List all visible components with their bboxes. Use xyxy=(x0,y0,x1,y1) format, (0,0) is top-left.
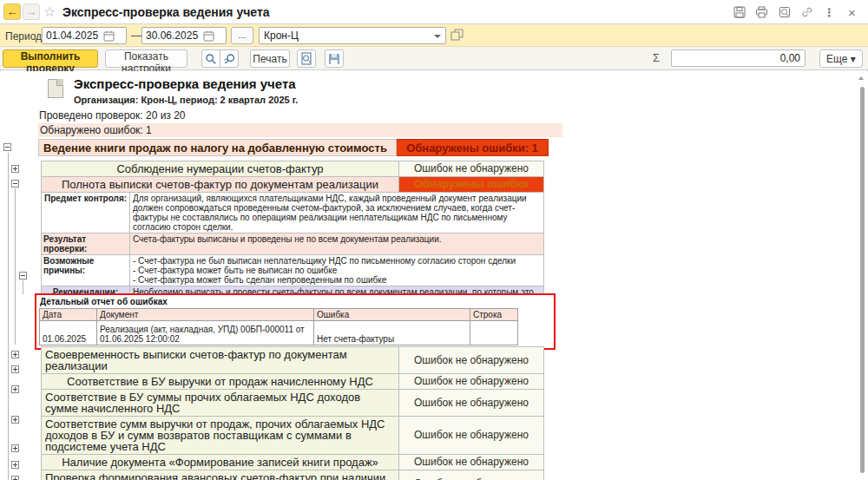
more-actions-button[interactable]: Еще ▾ xyxy=(819,49,863,68)
check-label: Соответствие в БУ выручки от продаж начи… xyxy=(67,376,373,387)
check-status: Ошибок не обнаружено xyxy=(399,470,544,480)
check-label: Соответствие в БУ суммы прочих облагаемы… xyxy=(45,391,395,414)
detail-title: Детальный отчет об ошибках xyxy=(39,296,550,308)
save-result-button[interactable] xyxy=(325,49,344,68)
check-row[interactable]: Соответствие в БУ выручки от продаж начи… xyxy=(41,373,544,390)
favorite-star-icon[interactable]: ☆ xyxy=(43,3,56,20)
check-row[interactable]: Наличие документа «Формирование записей … xyxy=(41,454,544,470)
section-title: Ведение книги продаж по налогу на добавл… xyxy=(38,139,397,156)
description-text: Для организаций, являющихся плательщикам… xyxy=(130,192,544,233)
date-from-input[interactable] xyxy=(43,30,103,42)
expand-toggle[interactable] xyxy=(11,351,19,358)
collapse-toggle[interactable] xyxy=(19,272,27,279)
checks-done-line: Проведено проверок: 20 из 20 xyxy=(39,109,186,122)
expand-toggle[interactable] xyxy=(11,416,19,424)
more-menu-icon[interactable]: ⋮ xyxy=(822,5,837,19)
calendar-icon[interactable] xyxy=(103,30,115,42)
detail-col-error: Ошибка xyxy=(314,309,470,321)
date-from-field xyxy=(42,27,127,44)
sum-sigma-icon: Σ xyxy=(653,51,660,64)
detail-error: Нет счета-фактуры xyxy=(314,321,470,345)
search-button[interactable] xyxy=(201,49,220,68)
tree-line xyxy=(8,153,9,480)
report-title: Экспресс-проверка ведения учета xyxy=(74,76,298,91)
errors-found-line: Обнаружено ошибок: 1 xyxy=(38,123,562,137)
check-label: Полнота выписки счетов-фактур по докумен… xyxy=(62,179,378,190)
description-label: Результат проверки: xyxy=(43,234,128,253)
expand-toggle[interactable] xyxy=(11,461,19,469)
check-status: Ошибок не обнаружено xyxy=(399,373,544,390)
date-to-field xyxy=(141,27,227,44)
check-label: Проверка формирования авансовых счетов-ф… xyxy=(45,472,395,480)
forward-button[interactable]: → xyxy=(23,3,40,20)
print-preview-icon[interactable] xyxy=(777,5,792,19)
period-bar: Период: — ... Крон-Ц xyxy=(0,24,868,47)
check-status: Ошибок не обнаружено xyxy=(399,346,544,374)
detail-line xyxy=(470,321,518,345)
app-window: ← → ☆ Экспресс-проверка ведения учета ⋮ … xyxy=(0,0,868,480)
open-organization-icon[interactable] xyxy=(450,29,466,43)
check-status: Ошибок не обнаружено xyxy=(399,416,544,455)
print-icon[interactable] xyxy=(754,5,769,19)
organization-combobox[interactable]: Крон-Ц xyxy=(259,27,446,44)
sum-value-input[interactable] xyxy=(671,49,806,67)
date-to-input[interactable] xyxy=(142,30,203,42)
detail-col-document: Документ xyxy=(97,309,314,321)
tree-line xyxy=(23,280,23,294)
chevron-down-icon xyxy=(434,35,441,38)
checks-table-bottom: Своевременность выписки счетов-фактур по… xyxy=(41,347,544,480)
period-options-button[interactable]: ... xyxy=(231,27,253,44)
show-settings-button[interactable]: Показать настройки xyxy=(105,49,187,68)
close-icon[interactable]: × xyxy=(845,5,859,19)
expand-toggle[interactable] xyxy=(11,476,19,480)
run-check-button[interactable]: Выполнить проверку xyxy=(3,49,98,68)
check-row[interactable]: Полнота выписки счетов-фактур по докумен… xyxy=(41,176,544,193)
section-row[interactable]: Ведение книги продаж по налогу на добавл… xyxy=(38,139,549,156)
check-label: Своевременность выписки счетов-фактур по… xyxy=(45,349,395,372)
collapse-toggle[interactable] xyxy=(11,180,19,187)
expand-toggle[interactable] xyxy=(11,444,19,452)
expand-toggle[interactable] xyxy=(11,165,19,173)
checks-table-top: Соблюдение нумерации счетов-фактур Ошибо… xyxy=(41,161,544,310)
print-button[interactable]: Печать xyxy=(250,49,290,68)
search-icon xyxy=(205,53,217,65)
window-title: Экспресс-проверка ведения учета xyxy=(62,5,270,19)
check-status: Ошибок не обнаружено xyxy=(399,161,544,177)
scroll-up-arrow-icon[interactable] xyxy=(858,76,864,80)
organization-value: Крон-Ц xyxy=(264,30,299,42)
calendar-icon[interactable] xyxy=(203,30,214,42)
check-row[interactable]: Соблюдение нумерации счетов-фактур Ошибо… xyxy=(41,161,544,177)
detail-date: 01.06.2025 xyxy=(40,321,97,345)
check-label: Соблюдение нумерации счетов-фактур xyxy=(116,163,323,174)
check-label: Соответствие сумм выручки от продаж, про… xyxy=(45,418,395,452)
detail-document: Реализация (акт, накладная, УПД) 00БП-00… xyxy=(97,321,314,345)
check-status: Ошибок не обнаружено xyxy=(399,389,544,417)
tree-line xyxy=(15,188,16,345)
link-icon[interactable] xyxy=(799,5,814,19)
collapse-toggle[interactable] xyxy=(3,143,11,151)
description-label: Предмет контроля: xyxy=(44,194,127,232)
description-row: Возможные причины: - Счет-фактура не был… xyxy=(41,254,544,286)
search-next-button[interactable] xyxy=(220,49,239,68)
back-button[interactable]: ← xyxy=(3,3,21,20)
vertical-scrollbar[interactable] xyxy=(860,87,865,473)
check-row[interactable]: Проверка формирования авансовых счетов-ф… xyxy=(41,470,544,480)
window-titlebar: ← → ☆ Экспресс-проверка ведения учета ⋮ … xyxy=(0,0,868,24)
page-preview-icon xyxy=(300,52,312,65)
detail-error-block: Детальный отчет об ошибках Дата Документ… xyxy=(35,293,556,350)
detail-data-row[interactable]: 01.06.2025 Реализация (акт, накладная, У… xyxy=(40,321,518,345)
description-text: - Счет-фактура не был выписан неплательщ… xyxy=(130,254,544,286)
description-row: Предмет контроля: Для организаций, являю… xyxy=(41,192,544,233)
save-icon[interactable] xyxy=(732,5,746,19)
detail-table: Дата Документ Ошибка Строка 01.06.2025 Р… xyxy=(39,308,518,345)
period-label: Период: xyxy=(5,30,44,43)
report-area: Экспресс-проверка ведения учета Организа… xyxy=(0,71,868,480)
expand-toggle[interactable] xyxy=(11,385,19,393)
check-row[interactable]: Соответствие сумм выручки от продаж, про… xyxy=(41,416,544,455)
check-row[interactable]: Соответствие в БУ суммы прочих облагаемы… xyxy=(41,389,544,417)
report-document-icon xyxy=(48,79,63,98)
check-row[interactable]: Своевременность выписки счетов-фактур по… xyxy=(41,346,544,374)
expand-toggle[interactable] xyxy=(11,365,19,373)
preview-button[interactable] xyxy=(297,49,316,68)
period-dash: — xyxy=(131,30,141,42)
